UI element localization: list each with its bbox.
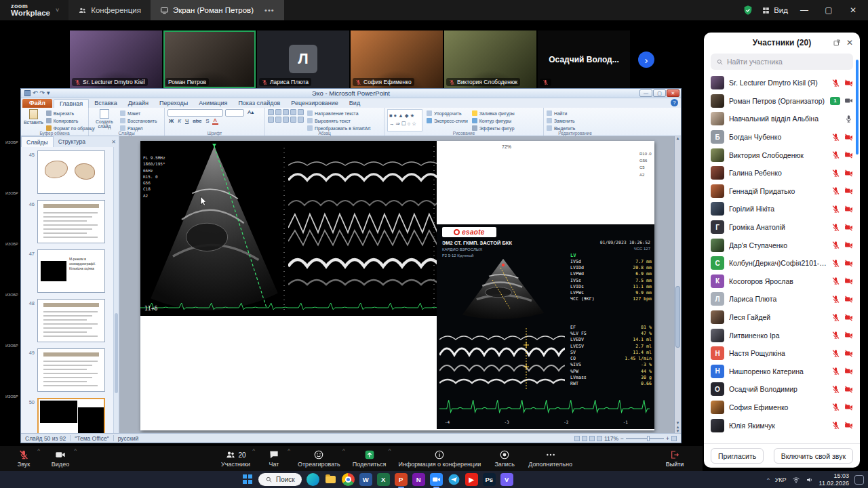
app-icon-excel[interactable]: X bbox=[377, 473, 390, 486]
participant-row[interactable]: ННишпоренко Катерина bbox=[704, 363, 860, 381]
undo-icon[interactable]: ↶ bbox=[33, 90, 38, 96]
font-color-button[interactable]: А bbox=[212, 118, 218, 125]
ppt-tab-вид[interactable]: Вид bbox=[344, 99, 366, 108]
app-icon-onenote[interactable]: N bbox=[412, 473, 425, 486]
normal-view-button[interactable] bbox=[574, 436, 580, 441]
reset-button[interactable]: Восстановить bbox=[120, 117, 157, 124]
chevron-up-icon[interactable]: ^ bbox=[288, 447, 290, 453]
shapes-gallery[interactable]: ■ ● ▲ ◆ ★ → ⇒ ☐ ○ ☆ bbox=[387, 109, 422, 131]
app-icon-youtube[interactable]: ▶ bbox=[465, 473, 478, 486]
participant-row[interactable]: Роман Петров (Организатор)1 bbox=[704, 92, 860, 110]
help-icon[interactable]: ? bbox=[671, 99, 678, 106]
popout-icon[interactable] bbox=[833, 39, 841, 47]
ppt-tab-анимация[interactable]: Анимация bbox=[193, 99, 233, 108]
app-icon-photoshop[interactable]: Ps bbox=[483, 473, 496, 486]
strikethrough-button[interactable]: abc bbox=[191, 118, 203, 125]
invite-button[interactable]: Пригласить bbox=[711, 448, 764, 464]
participant-row[interactable]: Sr. Lecturer Dmytro Kisil (Я) bbox=[704, 74, 860, 92]
slide-thumbnail[interactable] bbox=[37, 150, 105, 194]
font-name-select[interactable] bbox=[167, 109, 223, 117]
video-tile[interactable]: Sr. Lecturer Dmytro Kisil bbox=[70, 30, 162, 88]
participant-row[interactable]: ББогдан Чубенко bbox=[704, 128, 860, 146]
paste-button[interactable]: Вставить bbox=[24, 109, 43, 131]
shape-outline-button[interactable]: Контур фигуры bbox=[472, 117, 515, 124]
chat-button[interactable]: Чат^ bbox=[257, 446, 291, 471]
participant-row[interactable]: СКолбун(Деркач)Софія2101-1м5 bbox=[704, 254, 860, 272]
slides-pane-close-icon[interactable]: ✕ bbox=[111, 139, 119, 145]
tab-more-icon[interactable]: ••• bbox=[264, 6, 275, 14]
align-left-icon[interactable] bbox=[268, 117, 274, 123]
volume-icon[interactable] bbox=[806, 476, 814, 484]
tab-outline[interactable]: Структура bbox=[54, 136, 90, 147]
font-size-select[interactable] bbox=[225, 109, 244, 117]
participant-row[interactable]: Горілий Нікіта bbox=[704, 200, 860, 218]
maximize-button[interactable]: ▢ bbox=[821, 5, 837, 15]
indent-decrease-icon[interactable] bbox=[283, 109, 289, 115]
ppt-tab-переходы[interactable]: Переходы bbox=[154, 99, 193, 108]
slide-thumbnail[interactable] bbox=[37, 200, 105, 243]
desktop-icon-label[interactable]: ИЗОБР bbox=[5, 140, 20, 144]
copy-button[interactable]: Копировать bbox=[46, 117, 95, 124]
app-icon-viber[interactable]: V bbox=[500, 473, 513, 486]
participant-row[interactable]: ННастя Рощулкіна bbox=[704, 344, 860, 363]
align-right-icon[interactable] bbox=[283, 117, 289, 123]
replace-button[interactable]: Заменить bbox=[547, 117, 604, 124]
chevron-up-icon[interactable]: ^ bbox=[389, 447, 391, 453]
redo-icon[interactable]: ↷ bbox=[40, 90, 45, 96]
app-icon-edge[interactable] bbox=[307, 473, 319, 486]
tab-slides[interactable]: Слайды bbox=[21, 136, 54, 147]
chevron-up-icon[interactable]: ^ bbox=[342, 447, 345, 453]
chevron-up-icon[interactable]: ^ bbox=[37, 447, 40, 453]
participant-row[interactable]: ЛЛариса Плюта bbox=[704, 290, 860, 308]
chevron-up-icon[interactable]: ^ bbox=[74, 447, 77, 453]
italic-button[interactable]: К bbox=[176, 118, 182, 125]
app-icon-powerpoint[interactable]: P bbox=[395, 473, 408, 486]
desktop-icon-label[interactable]: ИЗОБР bbox=[5, 293, 20, 297]
minimize-button[interactable]: — bbox=[796, 5, 812, 15]
more-button[interactable]: Дополнительно bbox=[523, 446, 578, 471]
ppt-tab-главная[interactable]: Главная bbox=[54, 99, 89, 108]
desktop-icon-label[interactable]: ИЗОБР bbox=[5, 394, 20, 399]
app-icon-explorer[interactable] bbox=[324, 473, 337, 486]
zoom-out-button[interactable]: − bbox=[620, 435, 624, 442]
leave-button[interactable]: Выйти bbox=[658, 446, 692, 471]
ppt-tab-дизайн[interactable]: Дизайн bbox=[123, 99, 154, 108]
participant-row[interactable]: Навчальний відділ Альбіна bbox=[704, 110, 860, 128]
clock[interactable]: 15:03 11.02.2026 bbox=[819, 472, 849, 487]
participant-row[interactable]: ООсадчий Володимир bbox=[704, 380, 860, 399]
participants-scrollbar[interactable] bbox=[856, 60, 859, 155]
desktop-icon-label[interactable]: ИЗОБР bbox=[5, 344, 20, 348]
react-button[interactable]: Отреагировать^ bbox=[292, 446, 346, 471]
video-tile[interactable]: ЛЛариса Плюта bbox=[257, 30, 349, 88]
security-shield-icon[interactable] bbox=[743, 5, 753, 16]
unmute-button[interactable]: Включить свой звук bbox=[774, 448, 853, 464]
share-button[interactable]: Поделиться^ bbox=[347, 446, 392, 471]
grow-font-button[interactable]: А▴ bbox=[246, 109, 255, 117]
reading-view-button[interactable] bbox=[589, 436, 595, 441]
arrange-button[interactable]: Упорядочить bbox=[427, 110, 468, 117]
participant-row[interactable]: Литвиненко Іра bbox=[704, 326, 860, 344]
panel-close-icon[interactable]: ✕ bbox=[846, 38, 853, 47]
participant-row[interactable]: Галина Ребенко bbox=[704, 164, 860, 182]
video-button[interactable]: Видео^ bbox=[43, 446, 77, 471]
find-button[interactable]: Найти bbox=[547, 110, 604, 117]
vertical-scrollbar[interactable]: ▲ ▼ ▲ ▼ bbox=[674, 136, 681, 433]
shape-fill-button[interactable]: Заливка фигуры bbox=[472, 110, 515, 117]
line-spacing-icon[interactable] bbox=[298, 109, 304, 115]
app-icon-word[interactable]: W bbox=[359, 473, 372, 486]
slide-thumbnail[interactable]: М-режим в эхокардиографії. Кількісна оці… bbox=[37, 249, 105, 293]
participant-search[interactable] bbox=[711, 54, 853, 70]
app-icon-telegram[interactable] bbox=[448, 473, 460, 486]
language-indicator[interactable]: УКР bbox=[775, 476, 787, 483]
tray-chevron-icon[interactable]: ^ bbox=[767, 476, 770, 483]
bold-button[interactable]: Ж bbox=[167, 118, 175, 125]
tab-screen-share[interactable]: Экран (Роман Петров) ••• bbox=[151, 0, 284, 20]
wifi-icon[interactable] bbox=[792, 476, 800, 484]
qat-dropdown-icon[interactable]: ▾ bbox=[47, 90, 50, 96]
align-center-icon[interactable] bbox=[275, 117, 281, 123]
participant-row[interactable]: Геннадій Придатько bbox=[704, 182, 860, 201]
record-button[interactable]: Запись bbox=[488, 446, 521, 471]
start-button[interactable] bbox=[243, 474, 253, 485]
quick-styles-button[interactable]: Экспресс-стили bbox=[427, 117, 468, 124]
participant-row[interactable]: София Ефименко bbox=[704, 399, 860, 417]
